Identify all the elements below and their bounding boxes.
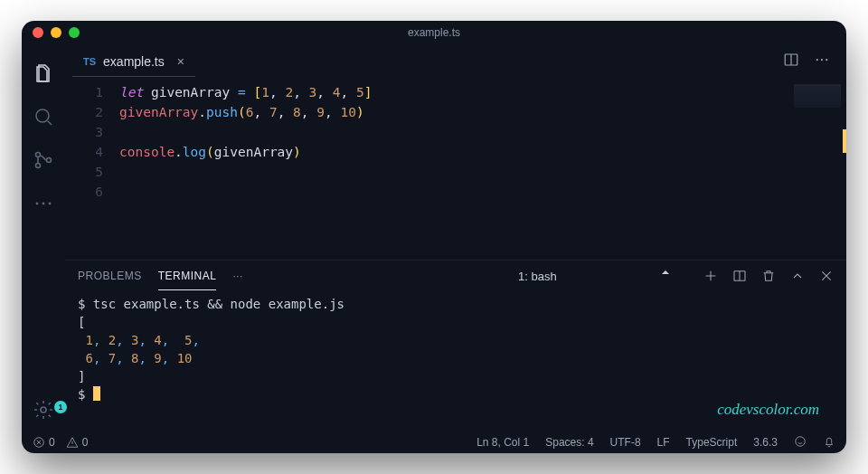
panel-tab-terminal[interactable]: TERMINAL [158, 262, 217, 290]
line-number: 3 [65, 122, 103, 142]
line-number: 5 [65, 162, 103, 182]
svg-point-3 [47, 158, 52, 163]
code-line[interactable]: givenArray.push(6, 7, 8, 9, 10) [119, 102, 372, 122]
line-number: 6 [65, 182, 103, 202]
terminal-shell-value[interactable]: 1: bash [512, 267, 675, 286]
eol[interactable]: LF [657, 436, 670, 449]
errors-indicator[interactable]: 0 [33, 436, 55, 449]
explorer-icon[interactable] [31, 61, 56, 86]
svg-point-9 [816, 59, 818, 61]
settings-gear-icon[interactable]: 1 [31, 397, 56, 422]
panel-tab-more[interactable]: ··· [232, 262, 243, 289]
encoding[interactable]: UTF-8 [610, 436, 641, 449]
svg-point-1 [36, 153, 41, 157]
new-terminal-icon[interactable] [703, 269, 718, 283]
close-panel-icon[interactable] [819, 269, 834, 283]
svg-point-4 [36, 203, 39, 205]
code-line[interactable]: console.log(givenArray) [119, 142, 372, 162]
terminal-content[interactable]: $ tsc example.ts && node example.js[ 1, … [65, 291, 846, 431]
source-control-icon[interactable] [31, 147, 56, 173]
tab-filename: example.ts [103, 54, 165, 69]
feedback-icon[interactable] [794, 435, 807, 450]
code-line[interactable] [119, 182, 372, 202]
panel-tab-problems[interactable]: PROBLEMS [78, 262, 142, 289]
code-line[interactable] [119, 162, 372, 182]
line-number: 1 [65, 82, 103, 102]
terminal-cursor [93, 386, 100, 401]
terminal-shell-select[interactable]: 1: bash [512, 267, 675, 286]
tab-example-ts[interactable]: TS example.ts × [72, 46, 195, 77]
indent-setting[interactable]: Spaces: 4 [545, 436, 593, 449]
svg-point-10 [821, 59, 823, 61]
window-title: example.ts [22, 26, 846, 39]
search-icon[interactable] [31, 104, 56, 129]
code-line[interactable] [119, 122, 372, 142]
split-terminal-icon[interactable] [732, 269, 747, 283]
editor-window: example.ts 1 TS [22, 21, 846, 453]
activity-bar: 1 [22, 44, 65, 431]
editor-tabs: TS example.ts × [65, 44, 846, 79]
code-line[interactable]: let givenArray = [1, 2, 3, 4, 5] [119, 82, 372, 102]
status-bar: 0 0 Ln 8, Col 1 Spaces: 4 UTF-8 LF TypeS… [22, 431, 846, 453]
code-content[interactable]: let givenArray = [1, 2, 3, 4, 5]givenArr… [119, 82, 372, 252]
line-number-gutter: 123456 [65, 82, 119, 252]
line-number: 4 [65, 142, 103, 162]
tab-lang-badge: TS [83, 56, 96, 67]
overview-ruler-mark [843, 129, 846, 153]
tab-close-icon[interactable]: × [177, 54, 184, 69]
svg-point-14 [796, 436, 806, 446]
line-number: 2 [65, 102, 103, 122]
minimap[interactable] [794, 84, 841, 108]
svg-point-5 [42, 203, 45, 205]
bottom-panel: PROBLEMS TERMINAL ··· 1: bash $ [65, 260, 846, 431]
kill-terminal-icon[interactable] [761, 269, 776, 283]
svg-point-11 [826, 59, 827, 61]
svg-point-2 [36, 164, 41, 168]
notifications-icon[interactable] [823, 435, 835, 450]
more-icon[interactable] [31, 191, 56, 216]
language-mode[interactable]: TypeScript [686, 436, 738, 449]
warnings-indicator[interactable]: 0 [66, 436, 89, 449]
titlebar: example.ts [22, 21, 846, 44]
svg-point-7 [41, 407, 46, 412]
editor-more-icon[interactable] [814, 52, 830, 71]
maximize-panel-icon[interactable] [790, 269, 805, 283]
svg-point-0 [36, 109, 49, 122]
settings-badge: 1 [54, 401, 67, 413]
cursor-position[interactable]: Ln 8, Col 1 [476, 436, 529, 449]
code-editor[interactable]: 123456 let givenArray = [1, 2, 3, 4, 5]g… [65, 79, 846, 260]
split-editor-icon[interactable] [783, 52, 799, 71]
ts-version[interactable]: 3.6.3 [753, 436, 778, 449]
svg-point-6 [49, 203, 52, 205]
